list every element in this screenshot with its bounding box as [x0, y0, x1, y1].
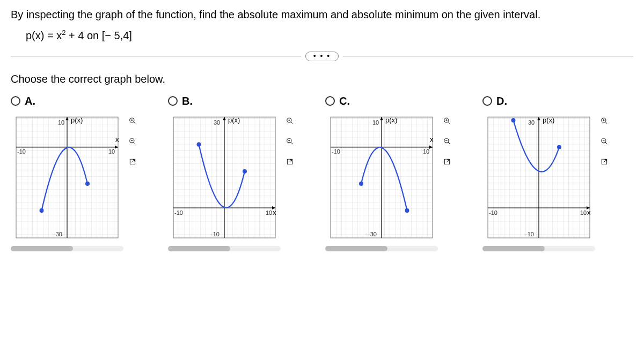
graph-d-scrollbar[interactable] — [482, 246, 595, 251]
zoom-out-button[interactable] — [440, 134, 454, 148]
zoom-in-button[interactable] — [440, 114, 454, 128]
tick-x-right: 10 — [423, 148, 429, 155]
option-b-header[interactable]: B. — [168, 95, 319, 107]
options-row: A. p(x) x 10 -30 -10 — [11, 95, 633, 251]
x-axis-label: x — [115, 135, 119, 143]
popout-button[interactable] — [283, 155, 297, 169]
zoom-out-button[interactable] — [597, 134, 611, 148]
svg-point-53 — [511, 118, 516, 122]
tick-y-top: 10 — [58, 119, 64, 126]
svg-line-63 — [604, 160, 606, 162]
radio-c[interactable] — [325, 96, 335, 106]
tick-x-left: -10 — [489, 209, 497, 216]
choose-graph-prompt: Choose the correct graph below. — [11, 73, 633, 85]
graph-b: p(x) x 30 -10 -10 10 — [168, 112, 281, 251]
tick-y-bottom: -30 — [368, 231, 377, 237]
section-divider: • • • — [11, 52, 633, 61]
svg-point-6 — [85, 182, 90, 186]
svg-line-31 — [289, 160, 292, 162]
tick-y-bottom: -10 — [211, 231, 219, 237]
svg-line-12 — [134, 142, 136, 144]
zoom-in-button[interactable] — [126, 114, 140, 128]
graph-c: p(x) x 10 -30 -10 10 — [325, 112, 438, 251]
tick-y-bottom: -10 — [525, 231, 534, 237]
zoom-in-button[interactable] — [283, 114, 297, 128]
option-a-label: A. — [25, 95, 35, 107]
y-axis-label: p(x) — [543, 116, 554, 124]
svg-line-47 — [447, 160, 449, 162]
svg-point-5 — [40, 208, 44, 213]
svg-line-56 — [605, 121, 608, 124]
svg-line-15 — [132, 160, 135, 162]
graph-b-scrollbar[interactable] — [168, 246, 281, 251]
y-axis-label: p(x) — [228, 116, 240, 124]
svg-point-37 — [359, 182, 363, 186]
x-axis-label: x — [273, 208, 276, 216]
svg-point-38 — [405, 208, 409, 213]
svg-point-54 — [557, 145, 561, 149]
svg-line-60 — [605, 142, 608, 144]
tick-y-bottom: -30 — [54, 231, 62, 237]
equation-suffix: + 4 on [− 5,4] — [65, 30, 131, 41]
tick-x-right: 10 — [108, 148, 115, 155]
option-b: B. p(x) x 30 -10 -10 10 — [168, 95, 319, 251]
x-axis-label: x — [587, 208, 591, 216]
option-c-header[interactable]: C. — [325, 95, 476, 107]
option-d-label: D. — [496, 95, 507, 107]
graph-a-scrollbar[interactable] — [11, 246, 123, 251]
svg-point-22 — [243, 169, 247, 173]
x-axis-label: x — [430, 135, 434, 143]
function-equation: p(x) = x2 + 4 on [− 5,4] — [26, 28, 633, 42]
tick-x-left: -10 — [17, 148, 26, 155]
svg-line-24 — [291, 121, 293, 124]
graph-d: p(x) x 30 -10 -10 10 — [482, 112, 595, 251]
option-d-header[interactable]: D. — [482, 95, 633, 107]
zoom-out-button[interactable] — [283, 134, 297, 148]
tick-x-right: 10 — [580, 209, 587, 216]
radio-d[interactable] — [482, 96, 492, 106]
tick-y-top: 30 — [214, 119, 220, 126]
zoom-out-button[interactable] — [126, 134, 140, 148]
divider-line — [11, 56, 301, 56]
svg-line-28 — [291, 142, 293, 144]
tick-x-right: 10 — [266, 209, 272, 216]
popout-button[interactable] — [440, 155, 454, 169]
radio-a[interactable] — [11, 96, 20, 106]
option-c: C. p(x) x 10 -30 -10 10 — [325, 95, 476, 251]
equation-prefix: p(x) = x — [26, 30, 62, 41]
y-axis-label: p(x) — [71, 116, 83, 124]
popout-button[interactable] — [597, 155, 611, 169]
svg-line-8 — [134, 121, 136, 124]
svg-line-44 — [448, 142, 450, 144]
option-d: D. p(x) x 30 -10 -10 10 — [482, 95, 633, 251]
expand-button[interactable]: • • • — [305, 52, 339, 61]
option-a: A. p(x) x 10 -30 -10 — [11, 95, 162, 251]
popout-button[interactable] — [126, 155, 140, 169]
option-c-label: C. — [339, 95, 350, 107]
question-text: By inspecting the graph of the function,… — [11, 9, 633, 21]
svg-point-21 — [197, 142, 201, 147]
graph-c-scrollbar[interactable] — [325, 246, 438, 251]
svg-line-40 — [448, 121, 450, 124]
tick-y-top: 10 — [372, 119, 379, 126]
radio-b[interactable] — [168, 96, 178, 106]
tick-x-left: -10 — [174, 209, 183, 216]
option-a-header[interactable]: A. — [11, 95, 162, 107]
tick-y-top: 30 — [528, 119, 535, 126]
tick-x-left: -10 — [332, 148, 340, 155]
divider-line — [343, 56, 633, 56]
option-b-label: B. — [182, 95, 193, 107]
zoom-in-button[interactable] — [597, 114, 611, 128]
graph-a: p(x) x 10 -30 -10 10 — [11, 112, 123, 251]
y-axis-label: p(x) — [385, 116, 397, 124]
